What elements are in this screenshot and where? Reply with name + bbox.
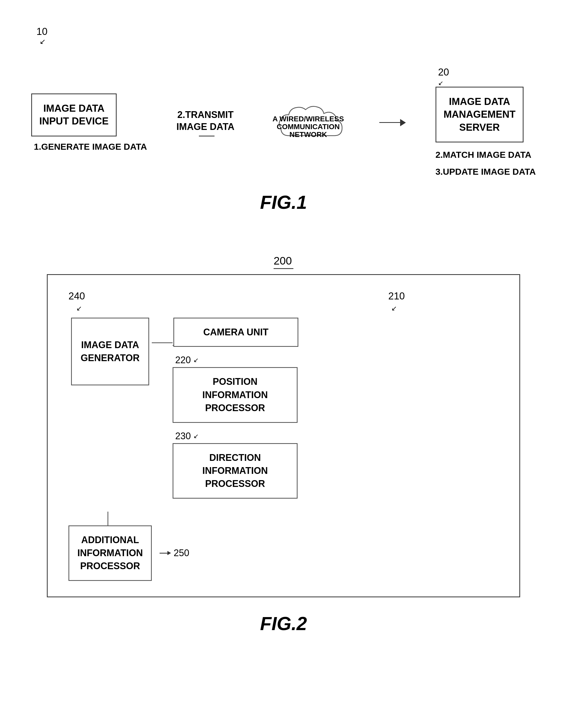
generate-label: 1.GENERATE IMAGE DATA bbox=[34, 142, 147, 152]
direction-processor-label: DIRECTION INFORMATION PROCESSOR bbox=[202, 452, 268, 489]
label-250: 250 bbox=[174, 548, 189, 558]
arrow-to-server bbox=[379, 119, 406, 126]
svg-text:A WIRED/WIRELESS: A WIRED/WIRELESS bbox=[273, 115, 344, 123]
svg-text:COMMUNICATION: COMMUNICATION bbox=[277, 123, 340, 131]
label-230-row: 230 ↙ bbox=[173, 431, 199, 442]
transmit-label: 2.TRANSMIT IMAGE DATA bbox=[177, 109, 235, 133]
position-processor-label: POSITION INFORMATION PROCESSOR bbox=[202, 376, 268, 413]
transmit-group: 2.TRANSMIT IMAGE DATA bbox=[177, 109, 237, 137]
cloud-svg: A WIRED/WIRELESS COMMUNICATION NETWORK bbox=[267, 97, 350, 149]
position-processor-group: POSITION INFORMATION PROCESSOR bbox=[173, 367, 298, 423]
fig1-diagram-row: IMAGE DATAINPUT DEVICE 1.GENERATE IMAGE … bbox=[21, 67, 546, 179]
direction-processor-box: DIRECTION INFORMATION PROCESSOR bbox=[173, 443, 298, 499]
image-data-generator-label: IMAGE DATA GENERATOR bbox=[81, 338, 140, 365]
additional-processor-section: ADDITIONAL INFORMATION PROCESSOR 250 bbox=[68, 512, 499, 581]
right-stack: CAMERA UNIT 220 ↙ POSITION INFORMATION P… bbox=[173, 318, 499, 499]
label-220: 220 bbox=[175, 355, 191, 366]
camera-unit-label: CAMERA UNIT bbox=[203, 327, 269, 337]
arrow-transmit bbox=[199, 136, 215, 136]
additional-processor-box: ADDITIONAL INFORMATION PROCESSOR bbox=[68, 525, 152, 581]
fig2-caption: FIG.2 bbox=[21, 613, 546, 634]
direction-processor-group: DIRECTION INFORMATION PROCESSOR bbox=[173, 443, 298, 499]
input-device-group: IMAGE DATAINPUT DEVICE 1.GENERATE IMAGE … bbox=[31, 93, 147, 152]
tick-10: ↙ bbox=[40, 37, 46, 46]
network-cloud: A WIRED/WIRELESS COMMUNICATION NETWORK bbox=[267, 97, 350, 149]
label-10: 10 bbox=[36, 26, 47, 37]
image-data-generator-col: IMAGE DATA GENERATOR bbox=[68, 318, 152, 385]
label-250-group: 250 bbox=[160, 548, 189, 558]
fig1-caption: FIG.1 bbox=[21, 192, 546, 213]
fig2-main: IMAGE DATA GENERATOR bbox=[68, 318, 499, 499]
label-200-row: 200 bbox=[21, 255, 546, 269]
label-200: 200 bbox=[274, 255, 293, 269]
fig2-outer-box: 240 210 ↙ ↙ IMAGE DATA GENERATOR bbox=[47, 274, 520, 597]
label-240: 240 bbox=[68, 291, 85, 302]
server-sub-labels: 2.MATCH IMAGE DATA 3.UPDATE IMAGE DATA bbox=[436, 148, 536, 179]
label-220-row: 220 ↙ bbox=[173, 355, 199, 366]
fig2-section: 200 240 210 ↙ ↙ IMAGE DATA GENERATOR bbox=[21, 255, 546, 634]
camera-unit-box: CAMERA UNIT bbox=[173, 318, 298, 347]
additional-processor-label: ADDITIONAL INFORMATION PROCESSOR bbox=[77, 534, 143, 573]
svg-text:NETWORK: NETWORK bbox=[289, 130, 327, 139]
position-processor-box: POSITION INFORMATION PROCESSOR bbox=[173, 367, 298, 423]
server-box: IMAGE DATAMANAGEMENTSERVER bbox=[436, 87, 524, 142]
camera-unit-group: CAMERA UNIT bbox=[173, 318, 298, 347]
label-230: 230 bbox=[175, 431, 191, 442]
image-data-generator-box: IMAGE DATA GENERATOR bbox=[71, 318, 149, 385]
label-210: 210 bbox=[388, 291, 405, 302]
input-device-box: IMAGE DATAINPUT DEVICE bbox=[31, 93, 117, 136]
top-labels: 240 210 bbox=[68, 291, 499, 302]
fig1-section: 10 ↙ IMAGE DATAINPUT DEVICE 1.GENERATE I… bbox=[21, 16, 546, 229]
h-connector-mid bbox=[152, 342, 173, 343]
server-group: 20 ↙ IMAGE DATAMANAGEMENTSERVER 2.MATCH … bbox=[436, 67, 536, 179]
tick-marks: ↙ ↙ bbox=[68, 304, 499, 312]
